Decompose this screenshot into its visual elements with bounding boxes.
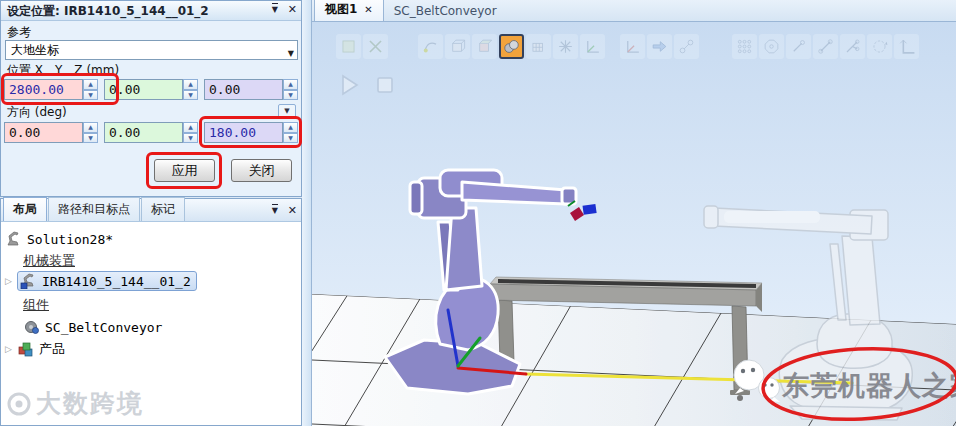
tree-item-label: 产品 <box>39 340 65 358</box>
snap-branch-icon[interactable] <box>840 34 865 59</box>
spin-down-icon[interactable]: ▼ <box>83 90 98 101</box>
orientation-z-field[interactable]: 180.00 <box>204 122 283 143</box>
position-x-field[interactable]: 2800.00 <box>4 79 83 100</box>
fit-view-icon[interactable] <box>336 34 361 59</box>
dock-icon[interactable]: ▼ <box>272 3 278 17</box>
expand-icon[interactable]: ▷ <box>5 276 17 286</box>
spin-down-icon[interactable]: ▼ <box>283 90 298 101</box>
snap-local-origin-icon[interactable] <box>472 34 497 59</box>
left-column: 设定位置: IRB1410_5_144__01_2 ▼ ✕ 参考 大地坐标 ▼ … <box>0 0 302 426</box>
snap-freehand-icon[interactable] <box>553 34 578 59</box>
spin-up-icon[interactable]: ▲ <box>83 79 98 90</box>
tree-item-label: SC_BeltConveyor <box>45 320 162 335</box>
rotate-view-icon[interactable] <box>867 34 892 59</box>
set-position-panel: 设定位置: IRB1410_5_144__01_2 ▼ ✕ 参考 大地坐标 ▼ … <box>0 0 302 197</box>
robot-saved-icon <box>20 273 38 289</box>
tree-item-robot[interactable]: ▷ IRB1410_5_144__01_2 <box>5 271 197 291</box>
snap-center-icon[interactable] <box>759 34 784 59</box>
snap-box-icon[interactable] <box>445 34 470 59</box>
orientation-label: 方向 (deg) <box>7 104 67 121</box>
browser-tabbar: 布局 路径和目标点 标记 ▼ ✕ <box>1 199 301 222</box>
spin-up-icon[interactable]: ▲ <box>183 122 198 133</box>
spin-down-icon[interactable]: ▼ <box>83 133 98 144</box>
toolbar-group-snap <box>418 34 605 59</box>
tab-layout[interactable]: 布局 <box>3 197 47 221</box>
position-y-spinner[interactable]: ▲ ▼ <box>183 79 198 100</box>
close-icon[interactable]: ✕ <box>288 3 297 17</box>
tree-category-mechanisms[interactable]: 机械装置 <box>23 251 75 271</box>
tab-tags[interactable]: 标记 <box>141 197 185 221</box>
close-button[interactable]: 关闭 <box>231 159 292 182</box>
layout-browser-panel: 布局 路径和目标点 标记 ▼ ✕ Solution28* 机械装置 ▷ <box>0 198 302 426</box>
tree-category-components[interactable]: 组件 <box>23 295 49 315</box>
snap-grid-icon[interactable] <box>526 34 551 59</box>
orientation-y-spinner[interactable]: ▲ ▼ <box>183 122 198 143</box>
snap-dot-grid-icon[interactable] <box>732 34 757 59</box>
tab-sc-beltconveyor[interactable]: SC_BeltConveyor <box>384 1 507 21</box>
frame-axes-red-icon[interactable] <box>620 34 645 59</box>
orientation-z-spinner[interactable]: ▲ ▼ <box>283 122 298 143</box>
position-z-spinner[interactable]: ▲ ▼ <box>283 79 298 100</box>
selected-tree-item[interactable]: IRB1410_5_144__01_2 <box>17 271 197 291</box>
toolbar-group-view <box>336 34 388 59</box>
spin-up-icon[interactable]: ▲ <box>283 122 298 133</box>
tree-item-station[interactable]: Solution28* <box>5 229 113 249</box>
scene-3d[interactable]: 东莞机器人之家 <box>312 22 956 426</box>
spin-up-icon[interactable]: ▲ <box>83 122 98 133</box>
zoom-to-fit-icon[interactable] <box>363 34 388 59</box>
spin-up-icon[interactable]: ▲ <box>283 79 298 90</box>
orientation-flyout-button[interactable]: ▼ <box>278 104 296 119</box>
watermark-text: 大数跨境 <box>36 387 144 420</box>
reference-value: 大地坐标 <box>11 43 59 57</box>
spin-down-icon[interactable]: ▼ <box>183 90 198 101</box>
orientation-x-field[interactable]: 0.00 <box>4 122 83 143</box>
position-z-field[interactable]: 0.00 <box>204 79 283 100</box>
playback-toolbar <box>336 72 398 98</box>
set-position-titlebar: 设定位置: IRB1410_5_144__01_2 ▼ ✕ <box>1 1 301 21</box>
orientation-y-field[interactable]: 0.00 <box>104 122 183 143</box>
dropdown-arrow-icon: ▼ <box>288 45 294 63</box>
tree-item-label: Solution28* <box>27 232 113 247</box>
spin-down-icon[interactable]: ▼ <box>283 133 298 144</box>
corner-axes-icon[interactable] <box>894 34 919 59</box>
orientation-x-spinner[interactable]: ▲ ▼ <box>83 122 98 143</box>
tree-item-conveyor[interactable]: SC_BeltConveyor <box>23 317 162 337</box>
move-arrow-icon[interactable] <box>647 34 672 59</box>
panel-splitter[interactable] <box>302 0 312 426</box>
reference-label: 参考 <box>7 24 31 41</box>
close-icon[interactable]: ✕ <box>288 204 297 218</box>
robot-station-icon <box>5 231 23 247</box>
toolbar-group-frames <box>620 34 699 59</box>
play-button[interactable] <box>336 72 362 98</box>
close-tab-icon[interactable]: ✕ <box>364 4 372 15</box>
expand-icon[interactable]: ▷ <box>5 344 17 354</box>
component-gear-icon <box>23 319 41 335</box>
watermark-logo <box>6 391 32 417</box>
viewport-tabbar: 视图1 ✕ SC_BeltConveyor <box>312 0 956 22</box>
position-label: 位置 X、Y、Z (mm) <box>7 62 119 79</box>
position-x-spinner[interactable]: ▲ ▼ <box>83 79 98 100</box>
snap-object-icon[interactable] <box>499 34 524 59</box>
tab-paths-targets[interactable]: 路径和目标点 <box>48 197 140 221</box>
reference-dropdown[interactable]: 大地坐标 ▼ <box>5 40 298 60</box>
apply-button[interactable]: 应用 <box>154 159 215 182</box>
spin-down-icon[interactable]: ▼ <box>183 133 198 144</box>
snap-midpoint-icon[interactable] <box>813 34 838 59</box>
link-objects-icon[interactable] <box>674 34 699 59</box>
watermark: 大数跨境 <box>6 387 144 420</box>
dock-icon[interactable]: ▼ <box>272 204 278 218</box>
tree-item-product[interactable]: ▷ 产品 <box>5 339 65 359</box>
snap-curve-icon[interactable] <box>418 34 443 59</box>
scene-canvas[interactable]: 东莞机器人之家 <box>312 22 956 426</box>
snap-end-icon[interactable] <box>786 34 811 59</box>
tree-item-label: IRB1410_5_144__01_2 <box>42 274 191 289</box>
parts-boxes-icon <box>17 341 35 357</box>
toolbar-group-snap-modes <box>732 34 919 59</box>
frame-axes-icon[interactable] <box>580 34 605 59</box>
position-y-field[interactable]: 0.00 <box>104 79 183 100</box>
set-position-title: 设定位置: IRB1410_5_144__01_2 <box>7 4 209 18</box>
stop-button[interactable] <box>372 72 398 98</box>
spin-up-icon[interactable]: ▲ <box>183 79 198 90</box>
annotation-text: 东莞机器人之家 <box>781 370 956 401</box>
tab-view1[interactable]: 视图1 ✕ <box>314 0 384 21</box>
